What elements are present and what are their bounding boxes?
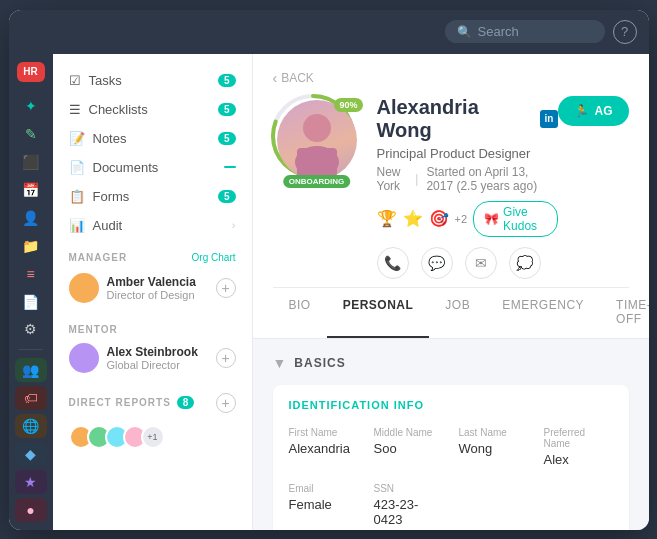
main-layout: HR ✦ ✎ ⬛ 📅 👤 📁 ≡ 📄 ⚙ 👥 🏷 🌐 ◆ ★ ● ☑ Ta <box>9 54 649 530</box>
hr-badge[interactable]: HR <box>17 62 45 83</box>
person-icon[interactable]: 👤 <box>15 206 47 230</box>
email-btn[interactable]: ✉ <box>465 247 497 279</box>
nav-forms[interactable]: 📋 Forms 5 <box>53 182 252 211</box>
globe-icon[interactable]: 🌐 <box>15 414 47 438</box>
list-icon[interactable]: ≡ <box>15 262 47 286</box>
search-label: Search <box>478 24 519 39</box>
tab-personal[interactable]: PERSONAL <box>327 288 430 338</box>
notes-badge: 5 <box>218 132 236 145</box>
emoji-2: ⭐ <box>403 209 423 228</box>
firstname-label: First Name <box>289 427 358 438</box>
manager-info: Amber Valencia Director of Design <box>69 273 196 303</box>
ssn-label: SSN <box>374 483 443 494</box>
avatar-container: 90% ONBOARDING <box>273 96 361 184</box>
tasks-icon: ☑ <box>69 73 81 88</box>
run-icon: 🏃 <box>574 104 589 118</box>
middlename-value: Soo <box>374 441 443 456</box>
folder-icon[interactable]: 📁 <box>15 234 47 258</box>
nav-checklists[interactable]: ☰ Checklists 5 <box>53 95 252 124</box>
kudos-section: 🏆 ⭐ 🎯 +2 🎀 Give Kudos <box>377 201 558 237</box>
tab-emergency[interactable]: EMERGENCY <box>486 288 600 338</box>
back-button[interactable]: ‹ BACK <box>273 70 629 86</box>
help-icon[interactable]: ? <box>613 20 637 44</box>
manager-header-row: MANAGER Org Chart <box>69 248 236 267</box>
nav-audit[interactable]: 📊 Audit › <box>53 211 252 240</box>
notes-icon: 📝 <box>69 131 85 146</box>
collapse-icon[interactable]: ▼ <box>273 355 287 371</box>
linkedin-icon[interactable]: in <box>540 110 557 128</box>
tab-bio[interactable]: BIO <box>273 288 327 338</box>
name-action-row: Alexandria Wong in Principal Product Des… <box>377 96 629 287</box>
documents-icon: 📄 <box>69 160 85 175</box>
top-bar: 🔍 Search ? <box>9 10 649 54</box>
back-arrow-icon: ‹ <box>273 70 278 86</box>
basics-header: ▼ BASICS <box>273 355 629 371</box>
phone-btn[interactable]: 📞 <box>377 247 409 279</box>
profile-name-col: Alexandria Wong in Principal Product Des… <box>377 96 558 287</box>
location: New York <box>377 165 408 193</box>
emoji-count: +2 <box>455 213 468 225</box>
preferred-label: Preferred Name <box>544 427 613 449</box>
add-report-btn[interactable]: + <box>216 393 236 413</box>
checklists-badge: 5 <box>218 103 236 116</box>
nav-documents[interactable]: 📄 Documents <box>53 153 252 182</box>
left-panel: ☑ Tasks 5 ☰ Checklists 5 📝 Notes 5 <box>53 54 253 530</box>
profile-title: Principal Product Designer <box>377 146 558 161</box>
manager-row: Amber Valencia Director of Design + <box>69 273 236 303</box>
reports-count: +1 <box>141 425 165 449</box>
direct-reports-count: 8 <box>177 396 195 409</box>
chat-btn[interactable]: 💭 <box>509 247 541 279</box>
circle-icon[interactable]: ● <box>15 498 47 522</box>
reports-avatars: +1 <box>69 425 236 449</box>
search-bar[interactable]: 🔍 Search <box>445 20 605 43</box>
star-icon[interactable]: ★ <box>15 470 47 494</box>
emoji-3: 🎯 <box>429 209 449 228</box>
divider <box>19 349 43 350</box>
tag-icon[interactable]: 🏷 <box>15 386 47 410</box>
settings-icon[interactable]: ⚙ <box>15 318 47 342</box>
manager-label: MANAGER <box>69 252 128 263</box>
svg-point-2 <box>303 114 331 142</box>
mentor-info: Alex Steinbrook Global Director <box>69 343 198 373</box>
ribbon-icon: 🎀 <box>484 212 499 226</box>
edit-icon[interactable]: ✎ <box>15 122 47 146</box>
add-manager-btn[interactable]: + <box>216 278 236 298</box>
forms-icon: 📋 <box>69 189 85 204</box>
field-firstname: First Name Alexandria <box>289 427 358 467</box>
nav-tasks[interactable]: ☑ Tasks 5 <box>53 66 252 95</box>
add-mentor-btn[interactable]: + <box>216 348 236 368</box>
cal-icon[interactable]: 📅 <box>15 178 47 202</box>
action-label: AG <box>595 104 613 118</box>
gender-value: Female <box>289 497 358 512</box>
mentor-label: MENTOR <box>69 324 118 335</box>
preferred-value: Alex <box>544 452 613 467</box>
tab-timeoff[interactable]: TIME-OFF <box>600 288 648 338</box>
message-btn[interactable]: 💬 <box>421 247 453 279</box>
org-chart-link[interactable]: Org Chart <box>192 252 236 263</box>
tab-job[interactable]: JOB <box>429 288 486 338</box>
avatar-image <box>277 100 357 180</box>
identification-title: IDENTIFICATION INFO <box>289 399 613 417</box>
sidebar-icons: HR ✦ ✎ ⬛ 📅 👤 📁 ≡ 📄 ⚙ 👥 🏷 🌐 ◆ ★ ● <box>9 54 53 530</box>
identification-fields-2: Email Female SSN 423-23-0423 <box>289 483 613 527</box>
app-window: 🔍 Search ? HR ✦ ✎ ⬛ 📅 👤 📁 ≡ 📄 ⚙ 👥 🏷 🌐 ◆ … <box>9 10 649 530</box>
action-btn[interactable]: 🏃 AG <box>558 96 629 126</box>
onboarding-badge: ONBOARDING <box>283 175 351 188</box>
back-label: BACK <box>281 71 314 85</box>
lastname-label: Last Name <box>459 427 528 438</box>
apps-icon[interactable]: ✦ <box>15 94 47 118</box>
profile-header: ‹ BACK <box>253 54 649 339</box>
profile-info: Alexandria Wong in Principal Product Des… <box>377 96 629 287</box>
give-kudos-btn[interactable]: 🎀 Give Kudos <box>473 201 557 237</box>
profile-meta: New York | Started on April 13, 2017 (2.… <box>377 165 558 193</box>
lastname-value: Wong <box>459 441 528 456</box>
manager-name: Amber Valencia <box>107 275 196 289</box>
image-icon[interactable]: ⬛ <box>15 150 47 174</box>
doc-icon[interactable]: 📄 <box>15 290 47 314</box>
email-label: Email <box>289 483 358 494</box>
kudos-label: Give Kudos <box>503 205 546 233</box>
progress-badge: 90% <box>334 98 362 112</box>
diamond-icon[interactable]: ◆ <box>15 442 47 466</box>
user2-icon[interactable]: 👥 <box>15 358 47 382</box>
nav-notes[interactable]: 📝 Notes 5 <box>53 124 252 153</box>
